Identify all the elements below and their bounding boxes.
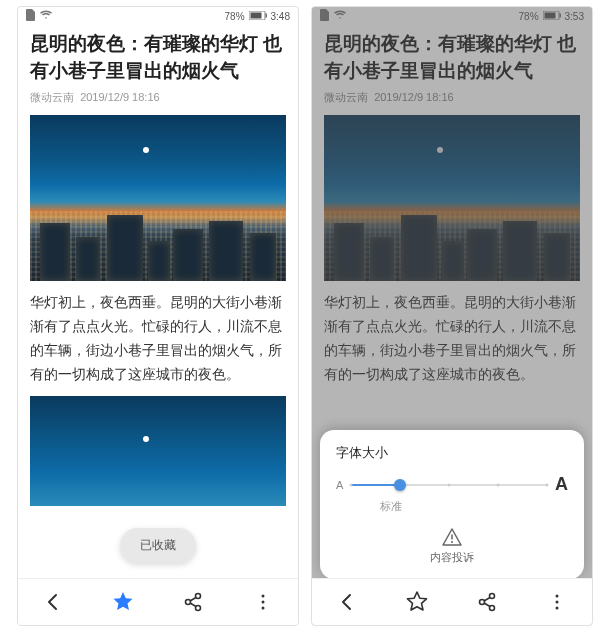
svg-point-17 — [556, 595, 559, 598]
svg-rect-1 — [250, 12, 261, 18]
svg-point-7 — [262, 601, 265, 604]
phone-right: 78% 3:53 昆明的夜色：有璀璨的华灯 也有小巷子里冒出的烟火气 微动云南 … — [311, 6, 593, 626]
bookmark-star-button[interactable] — [397, 582, 437, 622]
svg-point-19 — [556, 607, 559, 610]
wifi-icon — [40, 10, 52, 22]
svg-point-3 — [196, 594, 201, 599]
small-a-icon: A — [336, 479, 343, 491]
clock-time: 3:48 — [271, 11, 290, 22]
more-menu-button[interactable] — [537, 582, 577, 622]
status-bar: 78% 3:48 — [18, 7, 298, 25]
article-date: 2019/12/9 18:16 — [80, 91, 160, 103]
large-a-icon: A — [555, 474, 568, 495]
share-button[interactable] — [173, 582, 213, 622]
hero-image[interactable] — [30, 115, 286, 281]
share-button[interactable] — [467, 582, 507, 622]
doc-icon — [26, 9, 36, 23]
bookmark-star-button[interactable] — [103, 582, 143, 622]
more-menu-button[interactable] — [243, 582, 283, 622]
content-report-button[interactable]: 内容投诉 — [336, 528, 568, 569]
article-content: 昆明的夜色：有璀璨的华灯 也有小巷子里冒出的烟火气 微动云南 2019/12/9… — [18, 25, 298, 578]
toast-bookmarked: 已收藏 — [120, 528, 196, 563]
svg-point-5 — [196, 606, 201, 611]
sheet-title: 字体大小 — [336, 444, 568, 462]
article-meta: 微动云南 2019/12/9 18:16 — [30, 90, 286, 105]
font-size-sheet: 字体大小 A A 标准 内容投诉 — [320, 430, 584, 579]
battery-icon — [249, 11, 267, 22]
svg-point-8 — [262, 607, 265, 610]
svg-point-18 — [556, 601, 559, 604]
bottom-navbar — [312, 578, 592, 625]
article-source: 微动云南 — [30, 91, 74, 103]
warning-icon — [442, 528, 462, 546]
slider-track[interactable] — [351, 484, 547, 486]
svg-point-16 — [490, 606, 495, 611]
svg-point-14 — [490, 594, 495, 599]
font-size-current-label: 标准 — [380, 499, 568, 514]
article-title: 昆明的夜色：有璀璨的华灯 也有小巷子里冒出的烟火气 — [30, 31, 286, 84]
slider-thumb[interactable] — [394, 479, 406, 491]
bottom-navbar — [18, 578, 298, 625]
report-label: 内容投诉 — [430, 550, 474, 565]
font-size-slider[interactable]: A A — [336, 474, 568, 495]
back-button[interactable] — [327, 582, 367, 622]
phone-left: 78% 3:48 昆明的夜色：有璀璨的华灯 也有小巷子里冒出的烟火气 微动云南 … — [17, 6, 299, 626]
article-body: 华灯初上，夜色西垂。昆明的大街小巷渐渐有了点点火光。忙碌的行人，川流不息的车辆，… — [30, 291, 286, 386]
back-button[interactable] — [33, 582, 73, 622]
svg-point-13 — [451, 541, 453, 543]
secondary-image[interactable] — [30, 396, 286, 506]
battery-percent: 78% — [225, 11, 245, 22]
svg-point-6 — [262, 595, 265, 598]
svg-rect-2 — [265, 13, 267, 17]
